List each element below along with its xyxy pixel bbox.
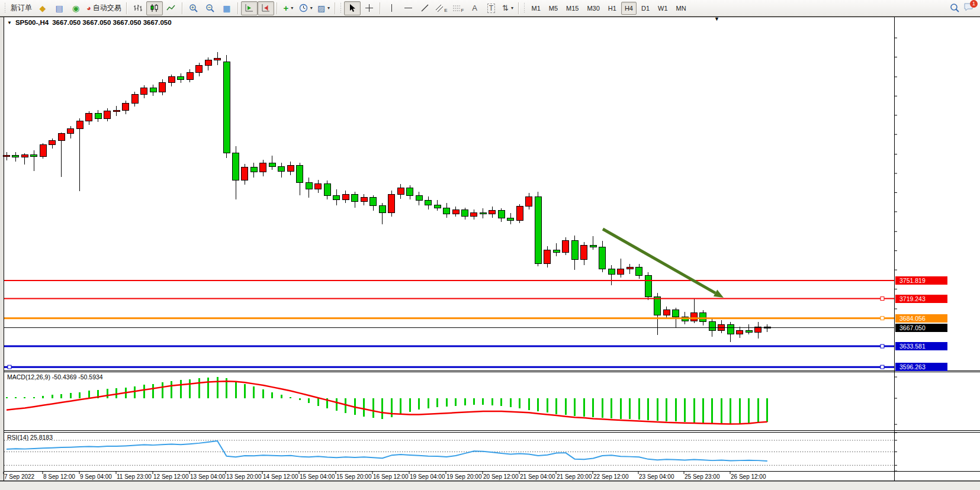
separator [182, 2, 183, 14]
new-order-button[interactable]: 新订单 [8, 1, 34, 15]
text-label-tool-button[interactable]: T [483, 1, 499, 15]
separator [237, 2, 239, 14]
trend-arrow-head [714, 289, 724, 298]
auto-trading-button[interactable]: ◕ 自动交易 [84, 1, 124, 15]
mt4-window: 新订单 ◆ ▤ ◉ ◕ 自动交易 [0, 0, 980, 490]
text-tool-button[interactable]: A [466, 1, 483, 15]
ohlc-values: 3667.050 3667.050 3667.050 3667.050 [52, 19, 171, 26]
notifications-button[interactable]: 1 [963, 2, 974, 14]
time-axis-label: 11 Sep 23:00 [117, 473, 152, 480]
time-axis-label: 15 Sep 20:00 [336, 473, 372, 480]
zoom-out-icon [205, 4, 215, 13]
chart-shift-button[interactable] [258, 1, 274, 15]
chart-frame-top [0, 17, 980, 17]
price-level-badge: 3719.243 [895, 295, 947, 303]
time-axis-label: 19 Sep 04:00 [410, 473, 445, 480]
auto-scroll-button[interactable] [241, 1, 258, 15]
candlestick-series [4, 52, 771, 342]
trendline-icon [420, 4, 429, 12]
price-axis-divider [894, 17, 895, 481]
rsi-label: RSI(14) 25.8183 [7, 434, 53, 441]
price-level-badge: 3596.263 [895, 363, 947, 371]
timeframe-button-d1[interactable]: D1 [638, 2, 653, 15]
candlestick-chart-icon [150, 4, 159, 12]
time-axis-label: 14 Sep 12:00 [263, 473, 298, 480]
crosshair-tool-button[interactable] [361, 1, 377, 15]
line-handle[interactable] [881, 365, 884, 369]
tile-windows-icon: ▦ [223, 4, 230, 13]
fibonacci-tool-button[interactable]: F [449, 1, 466, 15]
time-axis-label: 7 Sep 2022 [4, 473, 34, 480]
status-strip [0, 481, 980, 490]
time-axis-label: 9 Sep 04:00 [80, 473, 112, 480]
time-axis-label: 21 Sep 20:00 [557, 473, 592, 480]
timeframe-button-m1[interactable]: M1 [528, 2, 544, 15]
arrows-tool-button[interactable]: ⇅▾ [499, 1, 516, 15]
macd-label: MACD(12,26,9) -50.4369 -50.5934 [7, 373, 103, 381]
line-handle[interactable] [881, 317, 884, 320]
line-chart-icon [166, 4, 175, 12]
arrows-icon: ⇅ [502, 4, 509, 12]
new-chart-icon[interactable]: ◆ [34, 1, 51, 15]
time-axis-label: 13 Sep 04:00 [190, 473, 226, 480]
zoom-in-button[interactable] [185, 1, 202, 15]
time-axis-divider [4, 471, 980, 472]
tile-windows-button[interactable]: ▦ [219, 1, 235, 15]
trendline-tool-button[interactable] [416, 1, 433, 15]
chevron-down-icon: ▾ [511, 5, 513, 11]
horizontal-line-tool-button[interactable] [400, 1, 416, 15]
periods-button[interactable]: ▾ [297, 1, 315, 15]
vertical-line-tool-button[interactable] [383, 1, 400, 15]
cursor-icon [348, 4, 356, 12]
zoom-out-button[interactable] [202, 1, 219, 15]
chart-plot[interactable] [0, 0, 980, 490]
timeframe-button-h4[interactable]: H4 [621, 2, 637, 15]
indicators-icon: + [283, 3, 288, 13]
bar-chart-type-button[interactable] [130, 1, 146, 15]
time-axis-label: 19 Sep 20:00 [446, 473, 482, 480]
cursor-tool-button[interactable] [344, 1, 361, 15]
time-axis-label: 13 Sep 20:00 [226, 473, 262, 480]
time-axis-label: 12 Sep 12:00 [153, 473, 189, 480]
time-axis-label: 8 Sep 12:00 [43, 473, 75, 480]
indicators-button[interactable]: +▾ [280, 1, 297, 15]
macd-rsi-splitter[interactable] [4, 430, 980, 431]
timeframe-button-h1[interactable]: H1 [605, 2, 620, 15]
equidistant-channel-tool-button[interactable]: E [433, 1, 449, 15]
time-axis-label: 26 Sep 12:00 [731, 473, 766, 480]
templates-button[interactable]: ▨▾ [315, 1, 332, 15]
line-chart-type-button[interactable] [163, 1, 179, 15]
bar-chart-icon [133, 4, 142, 12]
timeframe-button-m15[interactable]: M15 [563, 2, 582, 15]
crosshair-icon [365, 4, 374, 12]
candlestick-chart-type-button[interactable] [146, 1, 163, 15]
toolbar-grip [340, 3, 342, 14]
separator [518, 2, 519, 14]
time-axis-label: 20 Sep 12:00 [483, 473, 519, 480]
line-handle[interactable] [881, 344, 884, 348]
chevron-down-icon: ▾ [327, 5, 330, 11]
market-watch-icon[interactable]: ◉ [68, 1, 84, 15]
line-handle[interactable] [8, 365, 11, 369]
search-icon[interactable] [950, 3, 960, 13]
last-bar-marker-icon[interactable]: ▼ [714, 17, 719, 22]
auto-scroll-icon [245, 4, 253, 12]
timeframe-button-w1[interactable]: W1 [654, 2, 671, 15]
collapse-triangle-icon[interactable]: ▼ [7, 20, 12, 25]
trend-arrow[interactable] [603, 229, 715, 293]
chevron-down-icon: ▾ [310, 5, 313, 11]
separator [277, 2, 278, 14]
timeframe-button-m30[interactable]: M30 [583, 2, 603, 15]
timeframe-button-m5[interactable]: M5 [545, 2, 561, 15]
time-axis-label: 25 Sep 23:00 [685, 473, 720, 480]
vertical-line-icon [391, 4, 392, 12]
line-handle[interactable] [881, 297, 884, 301]
horizontal-line-icon [404, 8, 412, 8]
price-axis[interactable] [895, 17, 980, 481]
profiles-icon[interactable]: ▤ [51, 1, 68, 15]
macd-rsi-splitter2 [4, 432, 980, 433]
macd-signal-line [7, 381, 767, 424]
main-macd-splitter[interactable] [4, 370, 980, 371]
timeframe-button-mn[interactable]: MN [673, 2, 690, 15]
separator [126, 2, 127, 14]
